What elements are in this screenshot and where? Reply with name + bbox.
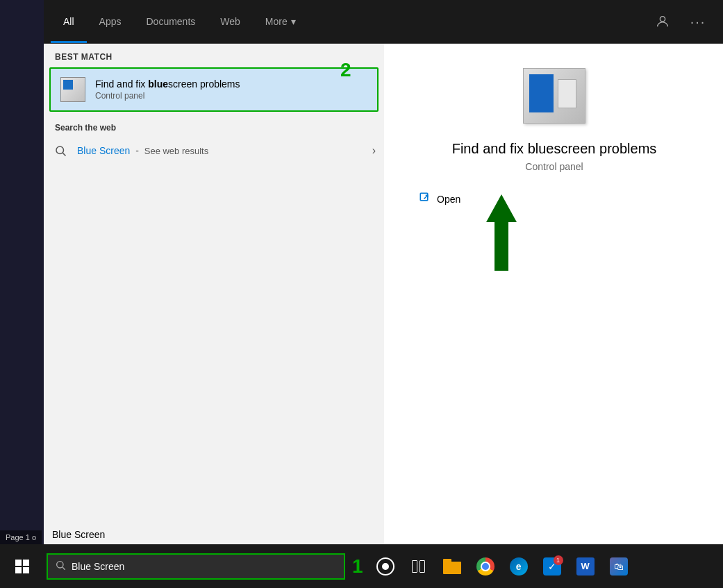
web-search-item[interactable]: Blue Screen - See web results › [44,137,384,165]
best-match-subtitle: Control panel [95,91,240,101]
start-button[interactable] [0,544,44,588]
left-panel: Best match Find and fix bluescreen probl… [44,44,384,544]
large-control-panel-icon [523,68,585,124]
todo-badge: 1 [554,555,563,565]
annotation-1: 1 [352,555,363,578]
big-arrow [486,194,517,271]
more-options-icon[interactable]: ··· [685,9,710,34]
person-icon[interactable] [650,9,675,34]
open-icon [419,192,431,207]
best-match-label: Best match [44,44,384,67]
right-panel: Find and fix bluescreen problems Control… [384,44,723,544]
open-action[interactable]: Open [398,186,710,212]
open-label: Open [437,194,460,205]
start-icon [15,560,29,573]
arrow-head [486,194,517,222]
bluescreen-label: Blue Screen [44,525,183,544]
svg-line-2 [63,153,65,156]
search-icon [52,142,69,159]
taskbar: Blue Screen 1 e [0,544,723,588]
taskbar-search-icon [55,560,66,573]
right-panel-title: Find and fix bluescreen problems [452,141,657,157]
tab-bar-left: All Apps Documents Web More ▾ [51,0,308,43]
chevron-right-icon: › [372,144,376,157]
todo-icon[interactable]: ✓ 1 [537,551,567,582]
store-icon[interactable]: 🛍 [604,551,634,582]
best-match-title: Find and fix bluescreen problems [95,78,240,90]
word-icon-shape: W [576,557,595,576]
web-search-text: Blue Screen - See web results [77,145,372,156]
file-explorer-icon[interactable] [437,551,467,582]
tab-more[interactable]: More ▾ [253,0,308,43]
edge-icon[interactable]: e [504,551,534,582]
page-indicator: Page 1 o [0,530,42,544]
store-icon-shape: 🛍 [610,557,628,576]
svg-point-1 [56,146,64,154]
chevron-down-icon: ▾ [291,16,296,27]
task-view-icon[interactable] [404,551,434,582]
annotation-2: 2 [340,59,351,81]
edge-icon-shape: e [510,557,528,576]
search-panel: All Apps Documents Web More ▾ [44,0,723,544]
start-icon-quad-1 [15,560,22,566]
chrome-icon[interactable] [470,551,501,582]
control-panel-icon [60,77,85,102]
taskbar-icons: e ✓ 1 W 🛍 [370,551,634,582]
tab-apps[interactable]: Apps [87,0,134,43]
taskbar-search-text: Blue Screen [72,561,124,572]
arrow-annotation [486,194,517,271]
svg-point-0 [660,17,665,22]
word-icon[interactable]: W [570,551,601,582]
tab-bar: All Apps Documents Web More ▾ [44,0,723,44]
best-match-item[interactable]: Find and fix bluescreen problems Control… [49,67,379,112]
start-icon-quad-3 [15,567,22,573]
file-explorer-icon-shape [443,559,461,574]
best-match-icon-container [59,76,87,103]
tab-bar-right: ··· [650,9,717,34]
start-icon-quad-2 [23,560,29,566]
best-match-text: Find and fix bluescreen problems Control… [95,78,240,101]
right-panel-icon [520,65,589,127]
start-icon-quad-4 [23,567,29,573]
tab-web[interactable]: Web [208,0,253,43]
arrow-shaft [495,222,508,271]
chrome-icon-shape [476,557,495,576]
right-panel-subtitle: Control panel [525,161,583,172]
main-content: Best match Find and fix bluescreen probl… [44,44,723,544]
search-web-label: Search the web [44,115,384,137]
taskbar-search-bar[interactable]: Blue Screen [47,553,345,580]
todo-icon-shape: ✓ 1 [543,557,561,576]
svg-point-4 [57,561,63,567]
svg-line-5 [63,567,65,570]
tab-documents[interactable]: Documents [133,0,208,43]
cortana-icon[interactable] [370,551,401,582]
tab-all[interactable]: All [51,0,87,43]
